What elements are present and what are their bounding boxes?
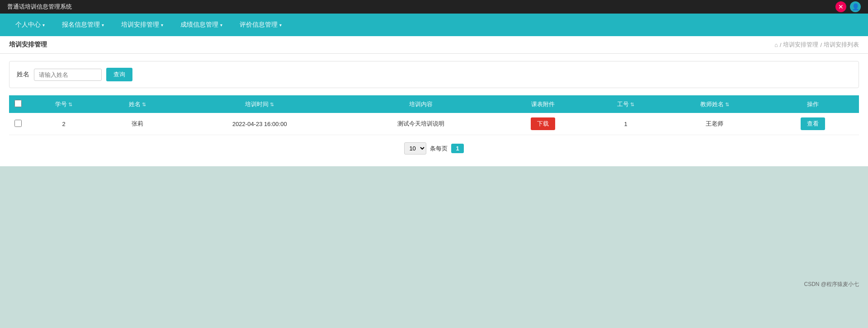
td-checkbox[interactable] <box>9 113 27 135</box>
nav-bar: 个人中心 ▾ 报名信息管理 ▾ 培训安排管理 ▾ 成绩信息管理 ▾ 评价信息管理… <box>0 14 868 36</box>
footer-area: CSDN @程序猿麦小七 <box>0 166 868 293</box>
td-attachment[interactable]: 下载 <box>497 113 589 135</box>
chevron-down-icon: ▾ <box>102 23 104 28</box>
chevron-down-icon: ▾ <box>279 23 282 28</box>
nav-item-personal[interactable]: 个人中心 ▾ <box>9 17 51 33</box>
table-row: 2 张莉 2022-04-23 16:00:00 测试今天培训说明 下载 1 王… <box>9 113 859 135</box>
chevron-down-icon: ▾ <box>42 23 45 28</box>
page-title: 培训安排管理 <box>9 41 47 49</box>
user-icon[interactable]: 👤 <box>850 1 861 12</box>
th-attachment: 课表附件 <box>497 95 589 113</box>
top-bar: 普通话培训信息管理系统 ✕ 👤 <box>0 0 868 14</box>
th-checkbox[interactable] <box>9 95 27 113</box>
select-all-checkbox[interactable] <box>14 100 22 107</box>
td-work-id: 1 <box>589 113 662 135</box>
search-button[interactable]: 查询 <box>106 68 132 81</box>
app-title: 普通话培训信息管理系统 <box>7 3 72 11</box>
td-name: 张莉 <box>100 113 174 135</box>
nav-item-registration[interactable]: 报名信息管理 ▾ <box>56 17 110 33</box>
th-action: 操作 <box>767 95 859 113</box>
per-page-label: 条每页 <box>430 145 448 153</box>
td-train-content: 测试今天培训说明 <box>345 113 497 135</box>
search-input[interactable] <box>34 69 102 81</box>
chevron-down-icon: ▾ <box>161 23 163 28</box>
td-teacher-name: 王老师 <box>662 113 767 135</box>
close-icon[interactable]: ✕ <box>835 1 846 12</box>
search-box: 姓名 查询 <box>9 61 859 88</box>
nav-item-evaluation[interactable]: 评价信息管理 ▾ <box>233 17 288 33</box>
th-train-content: 培训内容 <box>345 95 497 113</box>
th-teacher-name[interactable]: 教师姓名 <box>662 95 767 113</box>
breadcrumb-bar: 培训安排管理 ⌂ / 培训安排管理 / 培训安排列表 <box>0 36 868 54</box>
row-checkbox[interactable] <box>14 120 22 127</box>
top-bar-icons: ✕ 👤 <box>835 1 861 12</box>
th-name[interactable]: 姓名 <box>100 95 174 113</box>
td-action[interactable]: 查看 <box>767 113 859 135</box>
search-label: 姓名 <box>17 70 29 79</box>
th-train-time[interactable]: 培训时间 <box>174 95 345 113</box>
nav-item-scores[interactable]: 成绩信息管理 ▾ <box>174 17 229 33</box>
main-content: 姓名 查询 学号 姓名 培训时间 培训内容 课表附件 工号 教师姓名 操作 <box>0 54 868 166</box>
breadcrumb: ⌂ / 培训安排管理 / 培训安排列表 <box>774 41 859 49</box>
td-student-id: 2 <box>27 113 100 135</box>
footer-credit: CSDN @程序猿麦小七 <box>804 281 859 288</box>
pagination-bar: 10 20 50 条每页 1 <box>9 142 859 159</box>
td-train-time: 2022-04-23 16:00:00 <box>174 113 345 135</box>
current-page[interactable]: 1 <box>451 144 463 153</box>
page-size-select[interactable]: 10 20 50 <box>404 142 426 155</box>
chevron-down-icon: ▾ <box>220 23 222 28</box>
nav-item-training[interactable]: 培训安排管理 ▾ <box>115 17 170 33</box>
table-header-row: 学号 姓名 培训时间 培训内容 课表附件 工号 教师姓名 操作 <box>9 95 859 113</box>
th-work-id[interactable]: 工号 <box>589 95 662 113</box>
th-student-id[interactable]: 学号 <box>27 95 100 113</box>
view-button[interactable]: 查看 <box>801 117 825 130</box>
download-button[interactable]: 下载 <box>531 117 555 130</box>
home-icon[interactable]: ⌂ <box>774 42 778 48</box>
data-table: 学号 姓名 培训时间 培训内容 课表附件 工号 教师姓名 操作 2 张莉 202… <box>9 95 859 135</box>
